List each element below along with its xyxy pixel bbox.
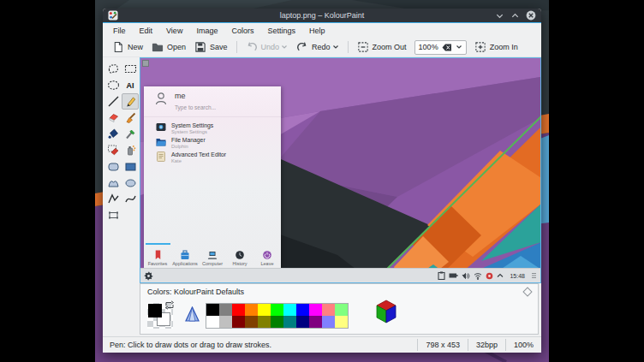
zoom-in-icon [474,41,486,53]
color-eraser-icon [107,144,120,157]
menu-view[interactable]: View [159,25,189,37]
palette-color[interactable] [232,316,245,328]
palette-color[interactable] [335,304,348,316]
palette-color[interactable] [296,304,309,316]
tool-flood-fill[interactable] [104,126,122,142]
palette-color[interactable] [322,304,335,316]
tool-curve[interactable] [122,191,139,207]
tool-pen[interactable] [122,93,139,110]
title-bar[interactable]: laptop.png – KolourPaint [103,9,541,23]
tool-brush[interactable] [122,110,139,126]
launcher-tab-history: History [226,243,253,268]
menu-colors[interactable]: Colors [224,25,260,37]
kolourpaint-window: laptop.png – KolourPaint File Edit View … [103,9,541,353]
palette-color[interactable] [283,304,296,316]
screenshot-root: { "window": { "title": "laptop.png – Kol… [0,0,644,362]
applications-icon [180,250,190,260]
save-label: Save [210,43,228,51]
launcher-tab-label: Computer [202,261,223,266]
tool-selection-rectangular[interactable] [122,61,139,77]
palette-color[interactable] [206,316,219,328]
close-icon[interactable] [526,10,536,21]
tool-selection-elliptical[interactable] [104,77,122,93]
palette-color[interactable] [283,316,296,328]
tool-box: AI [103,57,140,283]
palette-color[interactable] [219,316,232,328]
zoom-out-button[interactable]: Zoom Out [353,39,411,55]
tool-spraycan[interactable] [122,142,139,158]
palette-color[interactable] [219,304,232,316]
menu-settings[interactable]: Settings [260,25,302,37]
palette-color[interactable] [322,316,335,328]
dock-collapse-icon[interactable] [522,287,532,296]
color-similarity-pyramid-icon[interactable] [185,306,200,323]
palette-color[interactable] [309,304,322,316]
open-button[interactable]: Open [147,39,190,55]
zoom-level-combobox[interactable]: 100% [414,40,467,55]
palette-color[interactable] [271,316,283,328]
text-tool-icon: AI [127,81,134,90]
tool-text[interactable]: AI [122,77,139,93]
redo-label: Redo [312,43,331,51]
tool-color-eraser[interactable] [104,142,122,158]
foreground-color-swatch[interactable] [148,304,162,317]
tool-color-picker[interactable] [122,126,139,142]
maximize-icon[interactable] [510,11,520,21]
tool-selection-free-form[interactable] [104,61,122,77]
open-label: Open [167,43,186,51]
clipboard-icon [438,271,445,280]
polygon-icon [107,176,120,189]
menu-help[interactable]: Help [302,25,332,37]
foreground-background-swatch[interactable] [147,303,173,329]
redo-button[interactable]: Redo [292,39,343,55]
swap-colors-icon[interactable] [164,300,175,310]
save-button[interactable]: Save [190,39,232,55]
new-button[interactable]: New [108,39,147,55]
launcher-item-title: File Manager [171,137,206,143]
palette-color[interactable] [309,316,322,328]
minimize-icon[interactable] [495,11,504,21]
tool-polygon[interactable] [104,175,122,191]
tool-eraser[interactable] [104,110,122,126]
new-document-icon [112,41,124,53]
clear-text-icon[interactable] [442,44,452,51]
palette-color[interactable] [258,304,271,316]
palette-color[interactable] [296,316,309,328]
redo-dropdown-icon[interactable] [332,45,339,50]
color-similarity-cube-icon[interactable] [375,300,397,323]
palette-color[interactable] [245,304,258,316]
palette-color[interactable] [271,304,283,316]
palette-color[interactable] [258,316,271,328]
combobox-dropdown-icon[interactable] [456,45,462,50]
leave-power-icon [262,250,272,260]
tool-zoom[interactable] [104,207,122,223]
zoom-in-button[interactable]: Zoom In [470,39,522,55]
menu-bar: File Edit View Image Colors Settings Hel… [103,23,541,38]
palette-color[interactable] [335,316,348,328]
launcher-user-name: me [175,92,186,100]
canvas-viewport[interactable]: me Type to search... System Settings Sys… [140,57,541,283]
connected-lines-icon [107,193,120,205]
free-form-selection-icon [107,62,120,75]
tool-line[interactable] [104,93,122,110]
brush-tool-icon [124,111,137,124]
palette-color[interactable] [245,316,258,328]
image-app-launcher: me Type to search... System Settings Sys… [144,86,281,268]
tool-connected-lines[interactable] [104,191,122,207]
palette-color[interactable] [206,304,219,316]
tool-ellipse[interactable] [122,175,139,191]
menu-edit[interactable]: Edit [133,25,160,37]
ellipse-icon [124,176,137,189]
palette-color[interactable] [232,304,245,316]
colors-dock: Colors: KolourPaint Defaults [140,283,539,335]
main-toolbar: New Open Save Undo [103,38,541,57]
tool-rounded-rectangle[interactable] [104,158,122,175]
launcher-item-subtitle: Kate [171,158,182,163]
notification-badge-icon [486,272,493,280]
undo-button[interactable]: Undo [242,39,293,55]
tool-rectangle[interactable] [122,158,139,175]
launcher-tab-applications: Applications [171,243,199,268]
menu-file[interactable]: File [106,25,133,37]
window-controls [495,10,536,21]
menu-image[interactable]: Image [189,25,224,37]
